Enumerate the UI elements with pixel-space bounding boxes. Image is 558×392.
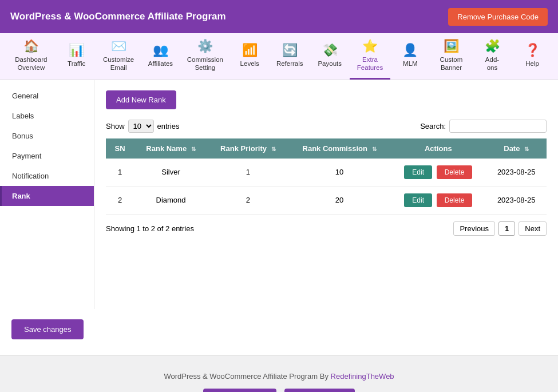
- customize-email-icon: ✉️: [111, 39, 126, 54]
- table-row: 1 Silver 1 10 Edit Delete 2023-08-25: [106, 159, 547, 187]
- nav-label-dashboard: Dashboard Overview: [14, 56, 49, 72]
- search-input[interactable]: [449, 120, 547, 133]
- search-bar: Search:: [420, 120, 547, 133]
- nav-bar: 🏠Dashboard Overview📊Traffic✉️Customize E…: [0, 33, 558, 80]
- current-page-button[interactable]: 1: [498, 221, 515, 236]
- cell-date: 2023-08-25: [486, 186, 547, 214]
- rating-button[interactable]: 5-Stars Rating: [284, 389, 355, 392]
- cell-rank-priority: 2: [208, 186, 288, 214]
- th-actions: Actions: [390, 138, 486, 159]
- nav-item-referrals[interactable]: 🔄Referrals: [270, 33, 310, 80]
- previous-button[interactable]: Previous: [453, 221, 495, 236]
- sidebar-item-notification[interactable]: Notification: [0, 166, 94, 186]
- cell-rank-commission: 10: [288, 159, 391, 187]
- remove-purchase-button[interactable]: Remove Purchase Code: [448, 8, 548, 26]
- showing-text: Showing 1 to 2 of 2 entries: [106, 224, 194, 233]
- th-date: Date ⇅: [486, 138, 547, 159]
- sidebar: GeneralLabelsBonusPaymentNotificationRan…: [0, 80, 94, 309]
- th-sn: SN: [106, 138, 134, 159]
- nav-item-affiliates[interactable]: 👥Affiliates: [140, 33, 180, 80]
- nav-label-custom-banner: Custom Banner: [438, 56, 464, 72]
- main-layout: GeneralLabelsBonusPaymentNotificationRan…: [0, 80, 558, 309]
- nav-label-affiliates: Affiliates: [148, 60, 173, 68]
- nav-item-traffic[interactable]: 📊Traffic: [57, 33, 97, 80]
- nav-item-levels[interactable]: 📶Levels: [229, 33, 270, 80]
- payouts-icon: 💸: [322, 43, 338, 58]
- cell-sn: 2: [106, 186, 134, 214]
- nav-label-mlm: MLM: [403, 60, 418, 68]
- nav-label-help: Help: [525, 60, 539, 68]
- nav-label-payouts: Payouts: [318, 60, 342, 68]
- footer-link[interactable]: RedefiningTheWeb: [331, 372, 394, 381]
- affiliates-icon: 👥: [153, 43, 168, 58]
- nav-label-levels: Levels: [240, 60, 259, 68]
- table-row: 2 Diamond 2 20 Edit Delete 2023-08-25: [106, 186, 547, 214]
- entries-select[interactable]: 10 25 50: [128, 120, 154, 133]
- sidebar-item-bonus[interactable]: Bonus: [0, 126, 94, 146]
- th-rank-commission: Rank Commission ⇅: [288, 138, 391, 159]
- cell-actions: Edit Delete: [390, 159, 486, 187]
- footer-by-text: WordPress & WooCommerce Affiliate Progra…: [164, 372, 330, 381]
- content-area: Add New Rank Show 10 25 50 entries Searc…: [94, 80, 558, 309]
- cell-date: 2023-08-25: [486, 159, 547, 187]
- nav-item-extra-features[interactable]: ⭐Extra Features: [350, 33, 390, 80]
- table-footer: Showing 1 to 2 of 2 entries Previous 1 N…: [106, 221, 547, 236]
- commission-setting-icon: ⚙️: [197, 39, 213, 54]
- nav-label-add-ons: Add-ons: [480, 56, 504, 72]
- nav-item-payouts[interactable]: 💸Payouts: [310, 33, 350, 80]
- th-rank-priority: Rank Priority ⇅: [208, 138, 288, 159]
- cell-rank-priority: 1: [208, 159, 288, 187]
- custom-banner-icon: 🖼️: [444, 39, 459, 54]
- app-header: WordPress & WooCommerce Affiliate Progra…: [0, 0, 558, 33]
- cell-actions: Edit Delete: [390, 186, 486, 214]
- nav-item-dashboard[interactable]: 🏠Dashboard Overview: [6, 33, 57, 80]
- rank-table: SNRank Name ⇅Rank Priority ⇅Rank Commiss…: [106, 138, 547, 215]
- mlm-icon: 👤: [402, 43, 418, 58]
- pagination: Previous 1 Next: [453, 221, 547, 236]
- sidebar-item-labels[interactable]: Labels: [0, 106, 94, 126]
- cell-rank-commission: 20: [288, 186, 391, 214]
- nav-item-custom-banner[interactable]: 🖼️Custom Banner: [430, 33, 472, 80]
- show-label: Show: [106, 122, 125, 130]
- footer-buttons: Documentation 5-Stars Rating: [0, 389, 558, 392]
- nav-label-extra-features: Extra Features: [357, 56, 383, 72]
- edit-button-row-0[interactable]: Edit: [404, 165, 432, 179]
- add-new-rank-button[interactable]: Add New Rank: [106, 90, 176, 109]
- cell-rank-name: Diamond: [134, 186, 208, 214]
- referrals-icon: 🔄: [282, 43, 298, 58]
- nav-item-help[interactable]: ❓Help: [512, 33, 552, 80]
- delete-button-row-0[interactable]: Delete: [437, 165, 473, 179]
- edit-button-row-1[interactable]: Edit: [404, 193, 432, 207]
- nav-item-customize-email[interactable]: ✉️Customize Email: [97, 33, 141, 80]
- nav-item-add-ons[interactable]: 🧩Add-ons: [472, 33, 512, 80]
- extra-features-icon: ⭐: [362, 39, 378, 54]
- sidebar-item-general[interactable]: General: [0, 86, 94, 106]
- show-entries: Show 10 25 50 entries: [106, 120, 180, 133]
- entries-label: entries: [157, 122, 180, 130]
- help-icon: ❓: [525, 43, 540, 58]
- delete-button-row-1[interactable]: Delete: [437, 193, 473, 207]
- traffic-icon: 📊: [69, 43, 84, 58]
- table-header: SNRank Name ⇅Rank Priority ⇅Rank Commiss…: [106, 138, 547, 159]
- dashboard-icon: 🏠: [23, 39, 39, 54]
- save-section: Save changes: [0, 309, 558, 355]
- next-button[interactable]: Next: [519, 221, 547, 236]
- sidebar-item-rank[interactable]: Rank: [0, 186, 94, 206]
- footer-text: WordPress & WooCommerce Affiliate Progra…: [0, 372, 558, 381]
- nav-label-customize-email: Customize Email: [103, 56, 134, 72]
- levels-icon: 📶: [242, 43, 258, 58]
- table-controls: Show 10 25 50 entries Search:: [106, 120, 547, 133]
- nav-label-traffic: Traffic: [68, 60, 85, 68]
- cell-rank-name: Silver: [134, 159, 208, 187]
- nav-label-commission-setting: Commission Setting: [187, 56, 223, 72]
- sidebar-item-payment[interactable]: Payment: [0, 146, 94, 166]
- add-ons-icon: 🧩: [485, 39, 500, 54]
- search-label: Search:: [420, 122, 446, 130]
- nav-item-commission-setting[interactable]: ⚙️Commission Setting: [180, 33, 229, 80]
- save-changes-button[interactable]: Save changes: [11, 319, 84, 339]
- documentation-button[interactable]: Documentation: [203, 389, 276, 392]
- footer: WordPress & WooCommerce Affiliate Progra…: [0, 355, 558, 392]
- th-rank-name: Rank Name ⇅: [134, 138, 208, 159]
- nav-item-mlm[interactable]: 👤MLM: [390, 33, 430, 80]
- cell-sn: 1: [106, 159, 134, 187]
